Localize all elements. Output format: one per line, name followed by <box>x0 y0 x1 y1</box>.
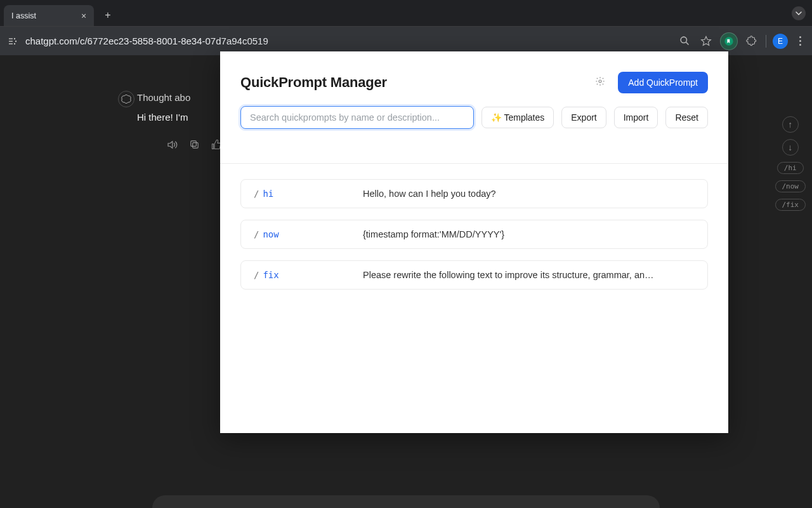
quickprompt-item[interactable]: /fix Please rewrite the following text t… <box>240 260 708 290</box>
scroll-up-icon[interactable]: ↑ <box>782 116 799 133</box>
popup-title: QuickPrompt Manager <box>240 74 387 91</box>
add-quickprompt-button[interactable]: Add QuickPrompt <box>618 72 708 93</box>
quickprompt-command: /now <box>254 229 363 239</box>
scroll-down-icon[interactable]: ↓ <box>782 139 799 156</box>
quickprompt-description: Please rewrite the following text to imp… <box>363 270 695 280</box>
quickprompt-floating-panel: ↑ ↓ /hi /now /fix <box>775 116 806 211</box>
message-actions <box>166 139 222 153</box>
quickprompt-list: /hi Hello, how can I help you today? /no… <box>220 164 728 316</box>
quickprompt-pill[interactable]: /fix <box>775 199 806 211</box>
svg-point-1 <box>15 40 16 41</box>
quickprompt-command: /hi <box>254 189 363 199</box>
site-settings-icon[interactable] <box>6 35 19 48</box>
svg-point-0 <box>14 37 15 39</box>
quickprompt-command: /fix <box>254 270 363 280</box>
tab-title: I assist <box>11 11 75 20</box>
profile-avatar[interactable]: E <box>773 34 788 49</box>
new-tab-button[interactable]: + <box>99 6 117 24</box>
quickprompt-pill[interactable]: /now <box>775 180 806 192</box>
assistant-message: Thought abo Hi there! I'm <box>137 92 190 123</box>
export-button[interactable]: Export <box>561 107 606 128</box>
quickprompt-item[interactable]: /hi Hello, how can I help you today? <box>240 179 708 208</box>
speaker-icon[interactable] <box>166 139 178 153</box>
quickprompt-pill[interactable]: /hi <box>777 162 804 174</box>
zoom-icon[interactable] <box>677 34 692 49</box>
reset-button[interactable]: Reset <box>665 107 708 128</box>
svg-point-2 <box>14 43 15 44</box>
close-icon[interactable]: × <box>79 11 89 21</box>
message-line2: Hi there! I'm <box>137 112 190 123</box>
templates-button[interactable]: ✨ Templates <box>481 107 554 128</box>
quickprompt-description: Hello, how can I help you today? <box>363 189 695 199</box>
gear-icon[interactable] <box>595 76 605 89</box>
browser-tabstrip: I assist × + <box>0 0 812 26</box>
browser-tab[interactable]: I assist × <box>4 5 94 26</box>
quickprompt-popup: QuickPrompt Manager Add QuickPrompt ✨ Te… <box>220 51 728 433</box>
svg-rect-6 <box>191 141 197 147</box>
chat-composer[interactable] <box>152 495 660 508</box>
url-text[interactable]: chatgpt.com/c/6772ec23-5858-8001-8e34-07… <box>25 36 671 46</box>
extensions-puzzle-icon[interactable] <box>744 34 759 49</box>
browser-menu-icon[interactable] <box>794 36 806 46</box>
svg-point-7 <box>599 80 601 83</box>
search-input[interactable] <box>240 106 474 129</box>
toolbar-divider <box>766 35 766 48</box>
message-line1: Thought abo <box>137 92 190 103</box>
quickprompt-extension-icon[interactable] <box>720 32 738 50</box>
copy-icon[interactable] <box>189 139 200 153</box>
quickprompt-description: {timestamp format:'MM/DD/YYYY'} <box>363 229 695 239</box>
svg-rect-5 <box>193 143 199 149</box>
import-button[interactable]: Import <box>614 107 658 128</box>
chatgpt-logo-icon <box>118 91 134 107</box>
svg-point-3 <box>681 37 686 43</box>
quickprompt-item[interactable]: /now {timestamp format:'MM/DD/YYYY'} <box>240 220 708 249</box>
bookmark-star-icon[interactable] <box>698 34 714 49</box>
tabs-chevron-icon[interactable] <box>792 6 806 20</box>
